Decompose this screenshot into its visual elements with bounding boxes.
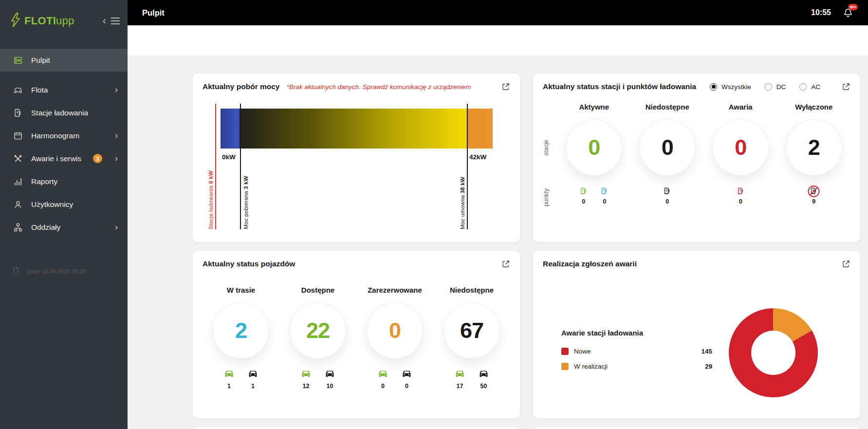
sidebar-item-uzytkownicy[interactable]: Użytkownicy — [0, 193, 128, 216]
sidebar-item-stacje-ladowania[interactable]: Stacje ładowania — [0, 101, 128, 124]
calendar-icon — [13, 131, 23, 141]
charge-point-count-disabled: 9 — [810, 187, 818, 205]
car-icon — [401, 370, 412, 380]
vehicle-stat-dostepne: Dostępne 22 12 — [279, 286, 356, 390]
legend-swatch — [561, 363, 569, 370]
dashboard-content: Aktualny pobór mocy *Brak aktualnych dan… — [128, 56, 868, 429]
stat-label: Awaria — [729, 103, 753, 111]
scale-min-label: 0kW — [222, 153, 236, 161]
chevron-right-icon: › — [115, 131, 118, 141]
stat-value: 2 — [235, 318, 247, 343]
marker-label: Moc pobierana 3 kW — [243, 176, 249, 229]
legend-title: Awarie stacji ładowania — [561, 329, 712, 337]
logo-row: FLOTIupp ‹ — [0, 0, 128, 42]
subheader-strip — [128, 25, 868, 56]
menu-hamburger-icon[interactable] — [111, 18, 120, 24]
dashboard-icon — [13, 56, 23, 65]
open-external-icon[interactable] — [842, 82, 850, 91]
faults-donut-chart — [729, 308, 818, 397]
card-title: Aktualny pobór mocy — [203, 82, 279, 91]
car-icon — [454, 370, 465, 380]
power-warning-text: *Brak aktualnych danych. Sprawdź komunik… — [286, 83, 471, 91]
vehicle-count: 1 — [247, 370, 259, 390]
filter-dc[interactable]: DC — [765, 83, 786, 91]
sidebar-item-pulpit[interactable]: Pulpit — [0, 49, 128, 72]
charger-icon — [663, 187, 671, 196]
stat-label: Dostępne — [301, 286, 334, 294]
lightning-logo-icon — [10, 13, 21, 29]
sidebar-item-harmonogram[interactable]: Harmonogram › — [0, 124, 128, 147]
car-icon — [478, 370, 489, 380]
card-title: Aktualny status pojazdów — [203, 260, 295, 268]
vehicle-count: 50 — [478, 370, 489, 390]
card-next-row-clipped — [193, 427, 520, 429]
charge-point-count: 0 — [663, 187, 671, 205]
station-type-filters: Wszystkie DC AC — [710, 83, 820, 91]
sidebar-item-label: Pulpit — [31, 56, 50, 65]
document-icon — [12, 266, 20, 277]
sidebar-item-raporty[interactable]: Raporty — [0, 170, 128, 193]
sidebar-item-label: Raporty — [31, 177, 57, 186]
card-title: Realizacja zgłoszeń awarii — [543, 260, 637, 268]
user-icon — [13, 200, 23, 209]
filter-ac[interactable]: AC — [799, 83, 820, 91]
car-icon — [247, 370, 259, 380]
topbar: Pulpit 10:55 99+ — [128, 0, 868, 25]
ban-icon — [807, 185, 820, 198]
charge-point-count: 0 — [737, 187, 745, 205]
vehicle-stat-niedostepne: Niedostępne 67 17 — [433, 286, 510, 390]
charger-icon — [600, 187, 609, 196]
legend-label: W realizacji — [574, 363, 608, 370]
car-icon — [377, 370, 388, 380]
station-stat-niedostepne: Niedostępne 0 — [631, 103, 704, 205]
sidebar-item-label: Użytkownicy — [31, 200, 73, 209]
sidebar-collapse-icon[interactable]: ‹ — [103, 16, 106, 26]
sidebar-item-flota[interactable]: Flota › — [0, 78, 128, 101]
card-stations-status: Aktualny status stacji i punktów ładowan… — [533, 74, 860, 242]
app-root: FLOTIupp ‹ Pulpit — [0, 0, 868, 429]
stat-label: W trasie — [227, 286, 255, 294]
open-external-icon[interactable] — [501, 82, 510, 91]
stat-label: Niedostępne — [450, 286, 494, 294]
sidebar-item-oddzialy[interactable]: Oddziały › — [0, 216, 128, 239]
charger-disabled-icon — [810, 187, 818, 196]
station-stat-wylaczone: Wyłączone 2 — [777, 103, 851, 205]
sidebar-item-label: Harmonogram — [31, 131, 79, 140]
open-external-icon[interactable] — [842, 260, 850, 268]
stat-value: 67 — [460, 318, 483, 343]
marker-moc-umowna: Moc umowna 38 kW — [467, 104, 468, 229]
brand-name: FLOTIupp — [24, 15, 74, 27]
charge-point-count: 0 — [579, 187, 588, 205]
notifications-bell-icon[interactable]: 99+ — [843, 7, 853, 19]
sidebar-item-label: Flota — [31, 86, 48, 94]
marker-label: Moc umowna 38 kW — [460, 177, 465, 229]
car-icon — [300, 370, 312, 380]
vehicle-count: 0 — [377, 370, 388, 390]
card-fault-reports: Realizacja zgłoszeń awarii Awarie stacji… — [533, 251, 860, 418]
radio-icon — [765, 83, 772, 91]
sidebar-item-awarie-i-serwis[interactable]: Awarie i serwis 3 › — [0, 147, 128, 170]
charging-station-icon — [13, 108, 23, 118]
stat-circle: 2 — [786, 119, 842, 176]
legend-label: Nowe — [574, 348, 591, 355]
power-gradient-bar — [221, 109, 493, 149]
stat-circle: 2 — [213, 302, 269, 359]
sidebar: FLOTIupp ‹ Pulpit — [0, 0, 128, 429]
legend-value: 145 — [701, 348, 712, 355]
filter-wszystkie[interactable]: Wszystkie — [710, 83, 751, 91]
chevron-right-icon: › — [115, 153, 118, 164]
station-stat-aktywne: Aktywne 0 — [557, 103, 631, 205]
stat-value: 0 — [588, 135, 600, 160]
stat-value: 2 — [808, 135, 820, 160]
open-external-icon[interactable] — [501, 260, 510, 268]
main-area: Pulpit 10:55 99+ Aktualny pobór mocy — [128, 0, 868, 429]
sidebar-item-label: Awarie i serwis — [31, 154, 81, 163]
stat-label: Wyłączone — [795, 103, 832, 111]
charger-icon — [579, 187, 588, 196]
charger-icon — [737, 187, 745, 196]
sidebar-item-label: Stacje ładowania — [31, 109, 88, 117]
stat-value: 0 — [662, 135, 673, 160]
charge-point-count: 0 — [600, 187, 609, 205]
notification-count-badge: 99+ — [848, 4, 858, 10]
radio-icon — [799, 83, 807, 91]
